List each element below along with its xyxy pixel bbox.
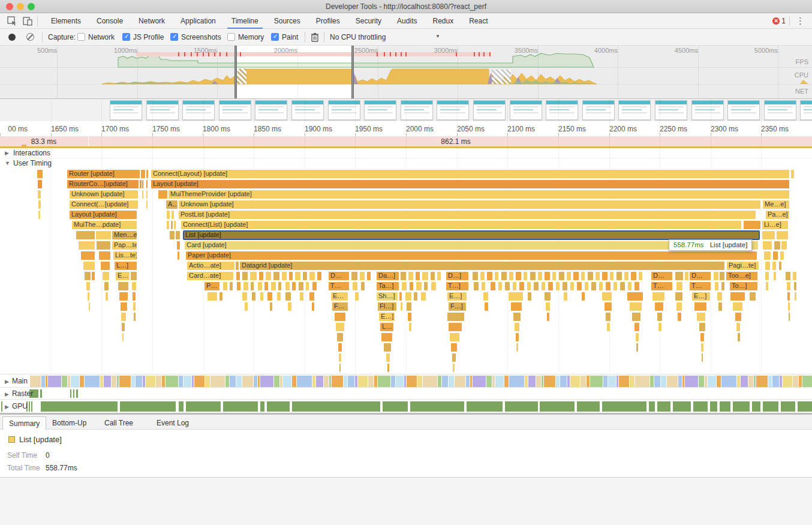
flame-bar[interactable] (142, 180, 143, 188)
flame-bar[interactable] (85, 272, 91, 280)
flame-bar[interactable] (96, 231, 111, 239)
flame-bar[interactable] (628, 282, 631, 290)
flame-bar-postlist-update[interactable]: PostList [update] (179, 211, 756, 219)
flame-bar[interactable] (787, 292, 790, 301)
flame-bar[interactable] (774, 272, 776, 280)
flame-bar-l[interactable]: L…] (115, 262, 137, 270)
flame-bar[interactable] (103, 272, 109, 280)
flame-bar[interactable] (118, 282, 128, 290)
flame-bar[interactable] (730, 292, 745, 301)
flame-bar[interactable] (699, 323, 705, 331)
flame-bar[interactable] (694, 302, 706, 311)
flame-bar[interactable] (620, 282, 625, 290)
flame-bar-t[interactable]: T… (651, 282, 672, 290)
flame-bar[interactable] (787, 282, 790, 290)
flame-bar-ta[interactable]: Ta…] (377, 282, 399, 290)
flame-bar-p[interactable]: P… (204, 282, 219, 290)
flame-bar[interactable] (675, 272, 683, 280)
collapsed-arrow-icon[interactable]: ▶ (5, 391, 9, 397)
flame-bar[interactable] (339, 364, 341, 372)
flame-bar[interactable] (243, 282, 248, 290)
flame-bar[interactable] (178, 251, 179, 260)
flame-bar[interactable] (104, 282, 109, 290)
flame-bar[interactable] (289, 272, 293, 280)
tab-console[interactable]: Console (89, 13, 131, 29)
flame-bar[interactable] (416, 282, 422, 290)
flame-bar[interactable] (282, 272, 287, 280)
flame-bar[interactable] (736, 323, 740, 331)
screenshot-thumbnail[interactable] (764, 100, 796, 120)
flame-bar[interactable] (285, 292, 291, 301)
flame-bar[interactable] (591, 282, 596, 290)
flame-bar[interactable] (367, 272, 371, 280)
flame-bar-e[interactable]: E…] (447, 292, 467, 301)
flame-bar[interactable] (146, 200, 148, 209)
flame-bar[interactable] (602, 272, 608, 280)
flame-bar[interactable] (360, 272, 365, 280)
flame-bar[interactable] (511, 302, 522, 311)
flame-bar[interactable] (132, 282, 136, 290)
flame-bar[interactable] (717, 292, 722, 301)
flame-bar[interactable] (487, 272, 492, 280)
flame-bar[interactable] (655, 302, 663, 311)
flame-bar[interactable] (86, 282, 90, 290)
flame-bar-e[interactable]: E…] (692, 292, 710, 301)
flame-bar-men-e[interactable]: Men…e] (112, 231, 137, 239)
flame-bar[interactable] (278, 282, 281, 290)
flame-bar-to[interactable]: To…] (730, 282, 757, 290)
flame-bar-d[interactable]: D… (329, 272, 349, 280)
flame-bar[interactable] (250, 272, 257, 280)
tab-react[interactable]: React (461, 13, 495, 29)
flame-bar[interactable] (636, 343, 638, 352)
flame-bar[interactable] (515, 323, 519, 331)
flame-bar[interactable] (38, 211, 40, 219)
checkbox-network[interactable] (77, 33, 85, 41)
flame-bar[interactable] (121, 313, 126, 321)
flame-bar[interactable] (509, 292, 523, 301)
flame-bar[interactable] (171, 221, 173, 229)
tab-redux[interactable]: Redux (425, 13, 461, 29)
flame-bar[interactable] (134, 313, 136, 321)
flame-bar[interactable] (451, 343, 457, 352)
raster-track-header[interactable]: ▶Raster (5, 389, 33, 398)
flame-bar[interactable] (720, 272, 724, 280)
flame-bar[interactable] (530, 272, 536, 280)
flame-bar[interactable] (266, 272, 271, 280)
flame-bar[interactable] (401, 302, 402, 311)
flame-bar[interactable] (381, 333, 392, 341)
flame-bar[interactable] (258, 282, 262, 290)
flame-bar-d[interactable]: D…] (446, 272, 468, 280)
flame-bar[interactable] (158, 190, 167, 199)
flame-bar[interactable] (795, 292, 796, 301)
flame-bar[interactable] (176, 231, 180, 239)
screenshot-thumbnail[interactable] (691, 100, 724, 120)
flame-bar-f[interactable]: F…] (449, 302, 466, 311)
flame-bar[interactable] (564, 292, 567, 301)
flame-bar[interactable] (765, 272, 769, 280)
gpu-track[interactable]: ▶GPU (0, 400, 812, 413)
flame-bar[interactable] (534, 282, 539, 290)
tab-sources[interactable]: Sources (266, 13, 308, 29)
flame-bar[interactable] (657, 313, 662, 321)
flame-bar-pap-te[interactable]: Pap…te] (112, 241, 137, 250)
flame-bar[interactable] (577, 282, 582, 290)
flame-bar-e[interactable]: E…] (379, 313, 395, 321)
trash-icon[interactable] (311, 32, 319, 42)
flame-bar[interactable] (309, 272, 315, 280)
flame-bar[interactable] (516, 272, 521, 280)
bottom-tab-summary[interactable]: Summary (2, 416, 46, 430)
flame-bar[interactable] (409, 323, 411, 331)
raster-track[interactable]: ▶Raster (0, 388, 812, 400)
checkbox-screenshots[interactable] (170, 33, 178, 41)
flame-bar[interactable] (788, 302, 790, 311)
flame-bar-card-ate[interactable]: Card…ate] (187, 272, 233, 280)
flame-bar[interactable] (639, 272, 642, 280)
flame-bar-unknown-update[interactable]: Unknown [update] (179, 200, 760, 209)
checkbox-js-profile[interactable] (122, 33, 130, 41)
flame-bar-li-e[interactable]: Li…e] (762, 221, 788, 229)
checkbox-memory[interactable] (227, 33, 235, 41)
flame-bar[interactable] (88, 292, 89, 301)
flame-bar[interactable] (408, 313, 411, 321)
flame-bar-me-e[interactable]: Me…e] (763, 200, 789, 209)
flame-bar[interactable] (416, 272, 420, 280)
